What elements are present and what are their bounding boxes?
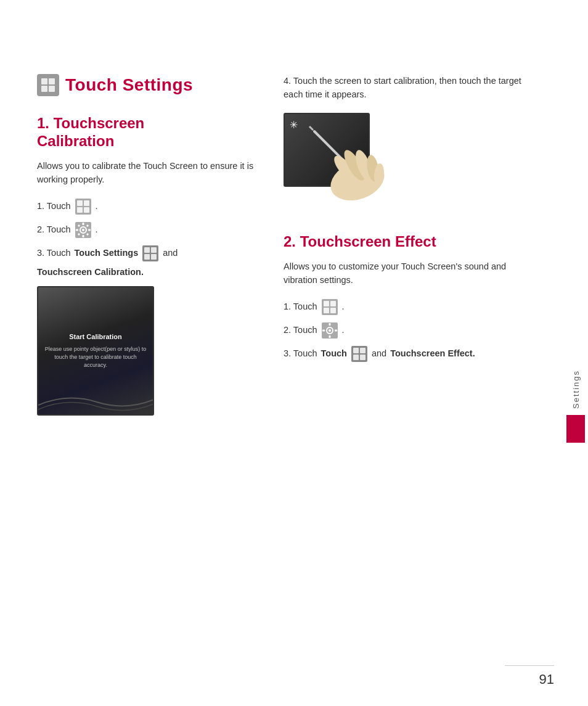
sidebar-label: Settings (571, 370, 581, 409)
svg-rect-22 (151, 247, 157, 253)
section1-description: Allows you to calibrate the Touch Screen… (37, 159, 265, 187)
svg-rect-12 (82, 223, 84, 225)
svg-rect-44 (335, 329, 337, 331)
svg-rect-48 (353, 355, 359, 360)
sidebar: Settings (563, 0, 588, 706)
svg-rect-34 (324, 301, 329, 306)
svg-rect-2 (41, 86, 47, 92)
calibration-wave (38, 384, 154, 414)
section2-step2: 2. Touch . (284, 322, 530, 339)
svg-rect-0 (41, 78, 47, 84)
svg-rect-6 (84, 200, 89, 206)
main-content: Touch Settings 1. Touchscreen Calibratio… (0, 0, 588, 706)
page-number: 91 (539, 671, 554, 688)
grid-icon-1 (75, 198, 92, 215)
touch-small-icon-2 (351, 345, 368, 363)
svg-rect-42 (329, 335, 330, 338)
section2-step3: 3. Touch Touch and Touchscreen Effect. (284, 345, 530, 363)
gear-icon-2 (321, 322, 338, 339)
page-title: Touch Settings (65, 75, 193, 95)
right-column: 4. Touch the screen to start calibration… (284, 74, 530, 681)
gear-icon-1 (75, 221, 92, 239)
touch-settings-small-icon (142, 245, 159, 262)
svg-rect-14 (76, 229, 78, 231)
svg-rect-36 (324, 308, 329, 313)
svg-rect-46 (353, 348, 359, 353)
page-container: Touch Settings 1. Touchscreen Calibratio… (0, 0, 588, 706)
svg-rect-24 (151, 254, 157, 260)
svg-rect-35 (330, 301, 336, 306)
svg-rect-7 (77, 207, 83, 213)
stylus-hand-svg (284, 113, 391, 221)
grid-icon-2 (321, 298, 338, 316)
svg-rect-41 (329, 323, 330, 326)
svg-rect-1 (49, 78, 55, 84)
svg-rect-5 (77, 200, 83, 206)
section1-step3: 3. Touch Touch Settings and Touchscreen … (37, 245, 265, 279)
svg-rect-47 (360, 348, 365, 353)
page-title-area: Touch Settings (37, 74, 265, 96)
calibration-title: Start Calibration (69, 333, 122, 340)
svg-line-26 (309, 126, 313, 130)
section2-heading: 2. Touchscreen Effect (284, 233, 530, 251)
step4-text: 4. Touch the screen to start calibration… (284, 74, 530, 102)
svg-rect-37 (330, 308, 336, 313)
svg-rect-3 (49, 86, 55, 92)
section1-step1: 1. Touch . (37, 198, 265, 215)
section1-heading: 1. Touchscreen Calibration (37, 115, 265, 150)
svg-rect-13 (82, 235, 84, 237)
svg-rect-43 (322, 329, 325, 331)
section2-step1: 1. Touch . (284, 298, 530, 316)
calibration-body: Please use pointy object(pen or stylus) … (44, 345, 147, 369)
svg-rect-23 (144, 254, 150, 260)
svg-rect-15 (88, 229, 91, 231)
calibration-screen-image: Start Calibration Please use pointy obje… (37, 286, 154, 416)
left-column: Touch Settings 1. Touchscreen Calibratio… (37, 74, 265, 681)
svg-point-11 (82, 229, 84, 231)
section1-step2: 2. Touch (37, 221, 265, 239)
svg-rect-21 (144, 247, 150, 253)
stylus-image: ✳ (284, 113, 394, 221)
touch-settings-icon (37, 74, 59, 96)
svg-point-40 (329, 329, 331, 332)
section2-description: Allows you to customize your Touch Scree… (284, 260, 530, 287)
sidebar-pink-bar (566, 415, 585, 443)
bottom-divider (505, 665, 554, 666)
svg-rect-8 (84, 207, 89, 213)
svg-rect-49 (360, 355, 365, 360)
